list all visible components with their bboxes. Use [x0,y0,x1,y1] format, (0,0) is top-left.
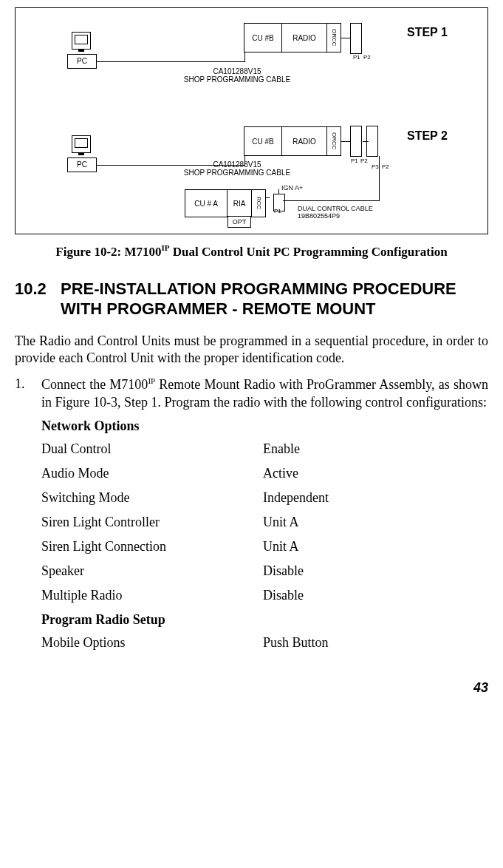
option-value: Disable [263,588,488,603]
wire [379,156,380,201]
option-value: Push Button [263,635,488,651]
figure-caption-suffix: Dual Control Unit PC Programming Configu… [170,245,448,259]
dual-cable-text: DUAL CONTROL CABLE [298,205,373,212]
pin-p1: P1 [353,54,360,61]
rcc-box: RCC [251,189,266,217]
step2-label: STEP 2 [407,129,448,143]
option-row: Dual Control Enable [41,441,488,457]
option-label: Speaker [41,563,263,579]
program-radio-heading: Program Radio Setup [41,612,488,628]
opt-box: OPT [227,216,251,228]
wire [283,200,379,201]
pin-p3: P3 [372,163,379,170]
list-number: 1. [15,376,41,411]
orcc-box: ORCC [326,126,341,156]
pin-p1-lower: P1 [274,208,281,214]
cable-name: SHOP PROGRAMMING CABLE [184,75,290,84]
option-label: Siren Light Connection [41,539,263,555]
cu-b-box: CU #B [244,126,282,156]
list-item-1: 1. Connect the M7100IP Remote Mount Radi… [15,376,488,411]
pin-p2: P2 [363,54,371,61]
ign-label: IGN A+ [281,184,303,191]
figure-caption-prefix: Figure 10-2: M7100 [55,245,161,259]
radio-box: RADIO [281,126,327,156]
wire [265,197,270,198]
option-value: Active [263,466,488,481]
ria-box: RIA [227,189,252,217]
section-heading: 10.2 PRE-INSTALLATION PROGRAMMING PROCED… [15,279,488,319]
wire [363,141,369,142]
cable-code: CA101288V15 [213,67,261,75]
option-row: Siren Light Connection Unit A [41,539,488,555]
pc-box: PC [67,54,97,69]
cu-a-box: CU # A [185,189,227,217]
option-value: Unit A [263,539,488,555]
section-number: 10.2 [15,279,61,319]
option-value: Unit A [263,515,488,530]
connector-box [350,23,362,54]
pc-box: PC [67,157,97,172]
option-label: Switching Mode [41,490,263,506]
cu-b-box: CU #B [244,23,282,52]
radio-box: RADIO [281,23,327,52]
pc-monitor-icon [72,135,91,153]
dual-cable-label: DUAL CONTROL CABLE 19B802554P9 [298,205,416,220]
wire [278,189,279,194]
figure-caption: Figure 10-2: M7100IP Dual Control Unit P… [15,243,488,260]
pin-p2: P2 [360,157,368,164]
cable-label-1: CA101288V15 SHOP PROGRAMMING CABLE [163,67,311,84]
diagram-step-2: STEP 2 PC CU #B RADIO ORCC P1 P2 P3 P2 C… [23,119,480,230]
option-value: Disable [263,563,488,579]
option-row: Multiple Radio Disable [41,588,488,603]
cable-name: SHOP PROGRAMMING CABLE [184,169,290,177]
figure-caption-sup: IP [162,243,170,252]
dual-cable-code: 19B802554P9 [298,212,340,220]
orcc-box: ORCC [326,23,341,52]
option-label: Mobile Options [41,635,263,651]
option-value: Independent [263,490,488,506]
list-text-before: Connect the M7100 [41,377,148,392]
option-row: Siren Light Controller Unit A [41,515,488,530]
wire [341,141,351,142]
pin-p2b: P2 [382,163,389,170]
network-options-heading: Network Options [41,418,488,434]
page-number: 43 [15,680,488,696]
option-label: Audio Mode [41,466,263,481]
cable-code: CA101288V15 [213,160,261,169]
wire [97,61,244,62]
cable-label-2: CA101288V15 SHOP PROGRAMMING CABLE [163,160,311,177]
option-row: Switching Mode Independent [41,490,488,506]
list-body: Connect the M7100IP Remote Mount Radio w… [41,376,488,411]
figure-diagram-box: STEP 1 PC CU #B RADIO ORCC P1 P2 CA10128… [15,7,488,234]
list-text-sup: IP [148,376,155,385]
section-title: PRE-INSTALLATION PROGRAMMING PROCEDURE W… [61,279,488,319]
pin-p1: P1 [351,157,358,164]
option-row: Speaker Disable [41,563,488,579]
diagram-step-1: STEP 1 PC CU #B RADIO ORCC P1 P2 CA10128… [23,16,480,97]
step1-label: STEP 1 [407,26,448,39]
connector-box [350,126,362,157]
wire [341,38,351,38]
option-row: Audio Mode Active [41,466,488,481]
option-row: Mobile Options Push Button [41,635,488,651]
lower-unit-group: CU # A RIA RCC [185,189,285,216]
option-value: Enable [263,441,488,457]
radio-unit-group-2: CU #B RADIO ORCC [244,126,378,156]
wire [244,52,245,62]
option-label: Multiple Radio [41,588,263,603]
indented-content: Network Options Dual Control Enable Audi… [41,418,488,651]
option-label: Siren Light Controller [41,515,263,530]
pc-monitor-icon [72,32,91,50]
intro-paragraph: The Radio and Control Units must be prog… [15,333,488,367]
option-label: Dual Control [41,441,263,457]
